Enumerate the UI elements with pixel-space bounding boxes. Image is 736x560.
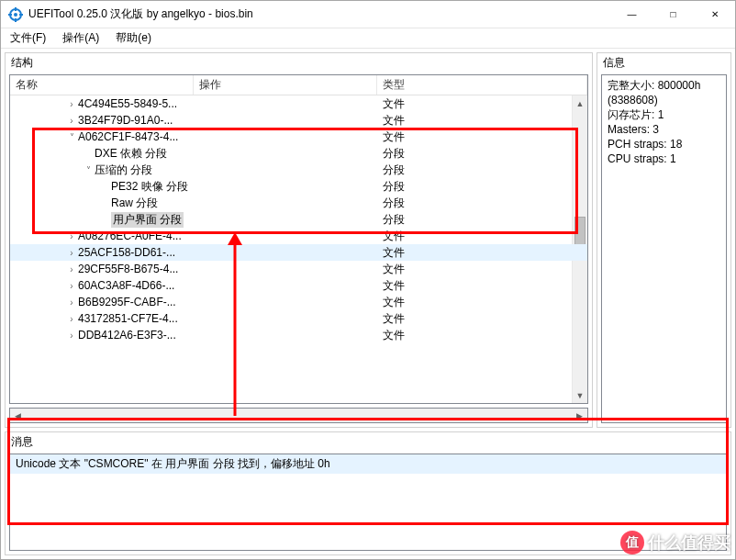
messages-label: 消息 [6,432,730,454]
tree-item-type: 文件 [383,245,405,261]
chevron-down-icon[interactable]: ˅ [65,132,78,142]
tree-item-type: 文件 [383,278,405,294]
tree-header[interactable]: 名称 操作 类型 [10,75,587,95]
tree-row[interactable]: ˅压缩的 分段分段 [10,162,587,178]
tree-row[interactable]: ›4C494E55-5849-5...文件 [10,95,587,112]
chevron-right-icon[interactable]: › [65,99,78,109]
menubar: 文件(F) 操作(A) 帮助(e) [1,28,735,49]
svg-rect-4 [8,14,12,16]
tree-item-type: 分段 [383,179,405,195]
tree-item-type: 分段 [383,162,405,178]
menu-action[interactable]: 操作(A) [59,28,103,48]
tree-row[interactable]: ›60AC3A8F-4D66-...文件 [10,277,587,294]
tree-row[interactable]: ›43172851-CF7E-4...文件 [10,310,587,327]
watermark-badge-icon: 值 [620,531,644,554]
chevron-right-icon[interactable]: › [65,281,78,291]
menu-help[interactable]: 帮助(e) [112,28,155,48]
chevron-right-icon[interactable]: › [65,330,78,341]
tree-row[interactable]: ›B6B9295F-CABF-...文件 [10,294,587,310]
chevron-right-icon[interactable]: › [65,248,78,258]
tree-item-name: A062CF1F-8473-4... [78,130,178,143]
tree-item-type: 文件 [383,295,405,310]
tree-item-name: 用户界面 分段 [111,212,184,228]
scroll-left-icon[interactable]: ◀ [10,409,26,422]
tree-item-name: Raw 分段 [111,196,158,211]
messages-body[interactable]: Unicode 文本 "CSMCORE" 在 用户界面 分段 找到，偏移地址 0… [9,454,727,551]
tree-item-type: 分段 [383,146,405,162]
info-line: PCH straps: 18 [608,137,720,151]
watermark: 值 什么值得买 [620,531,730,554]
tree-item-type: 分段 [383,196,405,211]
tree-item-type: 文件 [383,311,405,327]
horizontal-scrollbar[interactable]: ◀ ▶ [9,408,588,423]
tree-item-type: 文件 [383,129,405,145]
tree-item-name: DDB412A6-E3F3-... [78,329,176,342]
tree-row[interactable]: ›3B24F79D-91A0-...文件 [10,112,587,129]
tree-row[interactable]: ›25ACF158-DD61-...文件 [10,244,587,261]
info-line: Masters: 3 [608,122,720,137]
tree-item-name: 60AC3A8F-4D66-... [78,279,174,292]
tree-row[interactable]: ›29CF55F8-B675-4...文件 [10,261,587,277]
tree-item-type: 文件 [383,262,405,277]
tree-item-name: DXE 依赖 分段 [95,146,167,162]
tree-row[interactable]: 用户界面 分段分段 [10,211,587,228]
app-window: UEFITool 0.25.0 汉化版 by angelkyo - bios.b… [0,0,736,560]
tree-item-name: A08276EC-A0FE-4... [78,230,182,242]
titlebar[interactable]: UEFITool 0.25.0 汉化版 by angelkyo - bios.b… [1,1,735,28]
chevron-right-icon[interactable]: › [65,231,78,241]
chevron-right-icon[interactable]: › [65,116,78,126]
tree-row[interactable]: ˅A062CF1F-8473-4...文件 [10,129,587,145]
col-type[interactable]: 类型 [377,75,587,95]
info-panel: 信息 完整大小: 800000h (8388608) 闪存芯片: 1 Maste… [597,52,731,428]
tree-row[interactable]: PE32 映像 分段分段 [10,178,587,195]
tree-item-type: 文件 [383,96,405,112]
tree-item-name: 4C494E55-5849-5... [78,97,177,110]
watermark-text: 什么值得买 [648,532,730,554]
info-line: 闪存芯片: 1 [608,107,720,122]
menu-file[interactable]: 文件(F) [6,28,50,48]
window-controls: — □ ✕ [611,1,735,28]
info-line: 完整大小: 800000h [608,78,720,93]
maximize-button[interactable]: □ [652,1,694,28]
close-button[interactable]: ✕ [694,1,735,28]
svg-rect-3 [15,18,17,22]
tree-item-type: 文件 [383,229,405,244]
chevron-down-icon[interactable]: ˅ [82,165,95,175]
svg-point-1 [14,13,17,17]
col-name[interactable]: 名称 [10,75,194,95]
info-line: CPU straps: 1 [608,151,720,166]
content-area: 结构 名称 操作 类型 ▲ ▼ ›4C494E55-5849-5...文件›3B… [1,49,735,431]
tree-item-name: 压缩的 分段 [95,162,152,178]
chevron-right-icon[interactable]: › [65,297,78,308]
scroll-right-icon[interactable]: ▶ [572,409,587,422]
info-body[interactable]: 完整大小: 800000h (8388608) 闪存芯片: 1 Masters:… [601,74,727,423]
scroll-down-icon[interactable]: ▼ [573,387,587,403]
tree-item-type: 分段 [383,212,405,228]
tree-view[interactable]: 名称 操作 类型 ▲ ▼ ›4C494E55-5849-5...文件›3B24F… [9,74,588,404]
tree-body[interactable]: ▲ ▼ ›4C494E55-5849-5...文件›3B24F79D-91A0-… [10,95,587,403]
tree-row[interactable]: Raw 分段分段 [10,195,587,211]
info-line: (8388608) [608,93,720,107]
tree-item-name: 3B24F79D-91A0-... [78,114,173,127]
col-operation[interactable]: 操作 [194,75,377,95]
svg-rect-2 [15,7,17,11]
structure-label: 结构 [6,53,592,74]
tree-row[interactable]: DXE 依赖 分段分段 [10,145,587,162]
chevron-right-icon[interactable]: › [65,264,78,274]
tree-row[interactable]: ›DDB412A6-E3F3-...文件 [10,327,587,343]
app-icon [8,7,23,22]
tree-item-name: PE32 映像 分段 [111,179,188,195]
tree-item-type: 文件 [383,328,405,343]
tree-row[interactable]: ›A08276EC-A0FE-4...文件 [10,228,587,244]
tree-item-name: 29CF55F8-B675-4... [78,263,178,275]
window-title: UEFITool 0.25.0 汉化版 by angelkyo - bios.b… [28,6,611,22]
tree-item-name: 25ACF158-DD61-... [78,246,175,259]
svg-rect-5 [19,14,23,16]
tree-item-name: B6B9295F-CABF-... [78,296,176,308]
minimize-button[interactable]: — [611,1,652,28]
tree-item-type: 文件 [383,113,405,129]
message-row[interactable]: Unicode 文本 "CSMCORE" 在 用户界面 分段 找到，偏移地址 0… [10,454,726,474]
chevron-right-icon[interactable]: › [65,314,78,324]
info-label: 信息 [597,53,730,74]
structure-panel: 结构 名称 操作 类型 ▲ ▼ ›4C494E55-5849-5...文件›3B… [5,52,593,428]
